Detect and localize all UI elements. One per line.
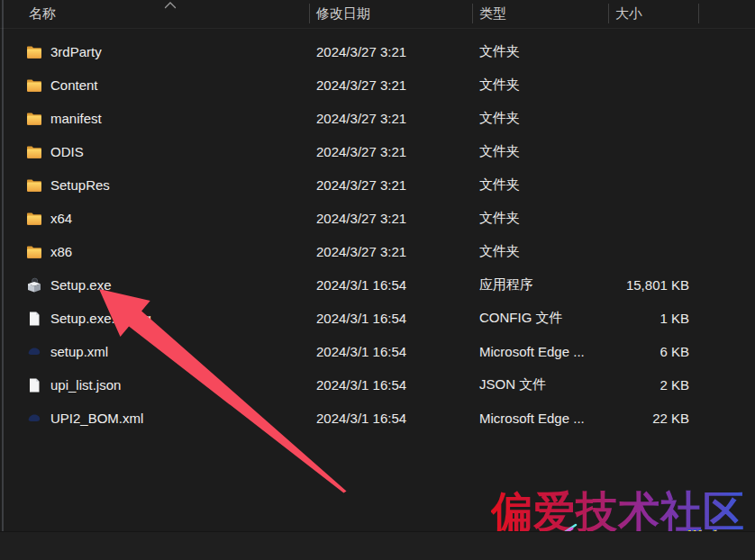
list-header: 名称 修改日期 类型 大小 — [0, 0, 755, 29]
file-row[interactable]: x86 2024/3/27 3:21 文件夹 — [0, 235, 755, 268]
file-row[interactable]: UPI2_BOM.xml 2024/3/1 16:54 Microsoft Ed… — [0, 402, 755, 435]
file-date: 2024/3/1 16:54 — [309, 311, 472, 326]
file-type: 文件夹 — [472, 210, 608, 227]
column-header-size-label: 大小 — [615, 5, 642, 23]
file-name: 3rdParty — [50, 44, 102, 59]
file-name-cell: ODIS — [0, 143, 309, 161]
file-name: Setup.exe.config — [50, 311, 151, 326]
file-row[interactable]: manifest 2024/3/27 3:21 文件夹 — [0, 102, 755, 135]
document-icon — [25, 310, 43, 328]
file-name-cell: setup.xml — [0, 343, 309, 361]
folder-icon — [25, 210, 43, 228]
file-name: x86 — [50, 244, 72, 259]
file-row[interactable]: upi_list.json 2024/3/1 16:54 JSON 文件 2 K… — [0, 368, 755, 402]
file-row[interactable]: x64 2024/3/27 3:21 文件夹 — [0, 202, 755, 235]
file-type: JSON 文件 — [472, 376, 608, 393]
file-name: setup.xml — [50, 344, 108, 359]
file-type: 文件夹 — [472, 243, 608, 260]
file-row[interactable]: Setup.exe 2024/3/1 16:54 应用程序 15,801 KB — [0, 268, 755, 302]
file-size: 1 KB — [608, 311, 698, 326]
file-row[interactable]: Content 2024/3/27 3:21 文件夹 — [0, 68, 755, 102]
column-header-type[interactable]: 类型 — [472, 0, 608, 28]
folder-icon — [25, 143, 43, 161]
edge-icon — [25, 410, 43, 428]
file-name-cell: SetupRes — [0, 176, 309, 194]
column-header-date[interactable]: 修改日期 — [309, 0, 472, 28]
folder-icon — [25, 77, 43, 95]
column-header-name-label: 名称 — [29, 5, 56, 23]
file-list: 3rdParty 2024/3/27 3:21 文件夹 — [0, 35, 755, 435]
file-row[interactable]: SetupRes 2024/3/27 3:21 文件夹 — [0, 168, 755, 202]
file-size: 22 KB — [608, 411, 698, 426]
folder-icon — [25, 243, 43, 261]
document-icon — [25, 376, 43, 394]
file-date: 2024/3/27 3:21 — [309, 244, 472, 259]
file-size: 15,801 KB — [608, 277, 698, 293]
file-name-cell: x86 — [0, 243, 309, 261]
file-name-cell: 3rdParty — [0, 43, 309, 61]
file-name: upi_list.json — [50, 377, 121, 393]
file-type: 文件夹 — [472, 143, 608, 160]
column-header-extra — [698, 0, 755, 28]
file-name-cell: Setup.exe.config — [0, 310, 309, 328]
file-name-cell: Content — [0, 77, 309, 95]
file-name-cell: Setup.exe — [0, 276, 309, 294]
file-name-cell: UPI2_BOM.xml — [0, 410, 309, 428]
file-name-cell: upi_list.json — [0, 376, 309, 394]
file-date: 2024/3/27 3:21 — [309, 111, 472, 126]
file-size: 6 KB — [608, 344, 698, 359]
file-type: 应用程序 — [472, 276, 608, 294]
file-row[interactable]: ODIS 2024/3/27 3:21 文件夹 — [0, 135, 755, 168]
file-name-cell: manifest — [0, 110, 309, 128]
file-type: 文件夹 — [472, 110, 608, 127]
file-type: 文件夹 — [472, 176, 608, 194]
file-name: Content — [50, 77, 98, 93]
file-row[interactable]: Setup.exe.config 2024/3/1 16:54 CONFIG 文… — [0, 302, 755, 335]
installer-box-icon — [25, 276, 43, 294]
edge-icon — [25, 343, 43, 361]
file-name: UPI2_BOM.xml — [50, 411, 143, 426]
file-date: 2024/3/1 16:54 — [309, 377, 472, 393]
file-date: 2024/3/27 3:21 — [309, 211, 472, 226]
file-date: 2024/3/1 16:54 — [309, 411, 472, 426]
file-row[interactable]: 3rdParty 2024/3/27 3:21 文件夹 — [0, 35, 755, 68]
file-name: SetupRes — [50, 177, 110, 193]
file-type: 文件夹 — [472, 77, 608, 94]
file-date: 2024/3/1 16:54 — [309, 344, 472, 359]
folder-icon — [25, 43, 43, 61]
file-date: 2024/3/27 3:21 — [309, 144, 472, 159]
column-header-date-label: 修改日期 — [316, 5, 370, 23]
file-size: 2 KB — [608, 377, 698, 393]
file-date: 2024/3/27 3:21 — [309, 77, 472, 93]
folder-icon — [25, 176, 43, 194]
file-type: CONFIG 文件 — [472, 310, 608, 327]
file-name: manifest — [50, 111, 102, 126]
sort-ascending-icon[interactable] — [164, 1, 177, 11]
file-date: 2024/3/27 3:21 — [309, 44, 472, 59]
file-name: ODIS — [50, 144, 84, 159]
file-name: Setup.exe — [50, 277, 112, 293]
window-bottom-edge — [0, 531, 755, 560]
column-header-size[interactable]: 大小 — [608, 0, 698, 28]
folder-icon — [25, 110, 43, 128]
file-type: Microsoft Edge ... — [472, 411, 608, 426]
file-type: 文件夹 — [472, 43, 608, 60]
file-name: x64 — [50, 211, 72, 226]
file-name-cell: x64 — [0, 210, 309, 228]
file-date: 2024/3/1 16:54 — [309, 277, 472, 293]
file-explorer-pane: 名称 修改日期 类型 大小 — [0, 0, 755, 560]
file-type: Microsoft Edge ... — [472, 344, 608, 359]
file-row[interactable]: setup.xml 2024/3/1 16:54 Microsoft Edge … — [0, 335, 755, 368]
file-date: 2024/3/27 3:21 — [309, 177, 472, 193]
column-header-type-label: 类型 — [479, 5, 506, 23]
column-header-name[interactable]: 名称 — [0, 0, 309, 28]
